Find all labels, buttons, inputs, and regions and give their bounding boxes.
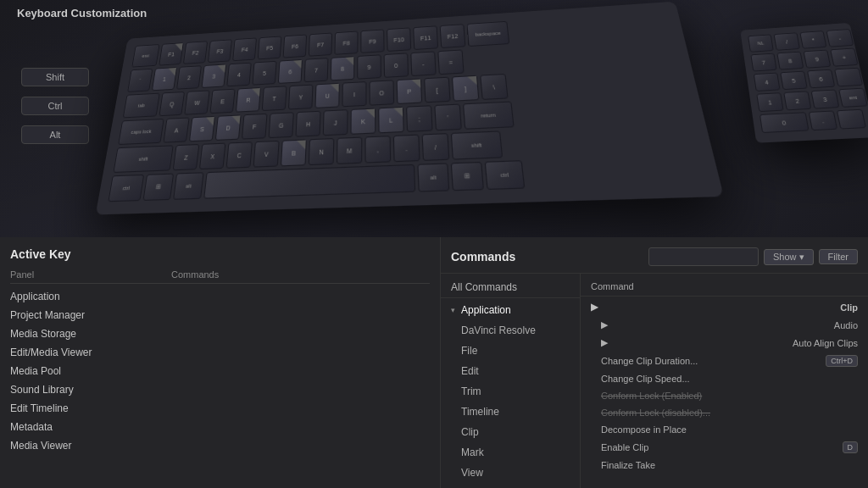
- key-backtick[interactable]: `: [127, 69, 153, 92]
- numlock-key[interactable]: NL: [748, 34, 774, 52]
- key-f10[interactable]: F10: [387, 27, 411, 52]
- list-item[interactable]: Media Viewer: [10, 436, 430, 455]
- key-x[interactable]: X: [199, 143, 226, 170]
- key-f12[interactable]: F12: [440, 24, 466, 48]
- numpad-7[interactable]: 7: [750, 53, 776, 72]
- key-f11[interactable]: F11: [413, 25, 438, 50]
- list-item[interactable]: Sound Library: [10, 380, 430, 399]
- change-clip-duration-item[interactable]: Change Clip Duration... Ctrl+D: [581, 352, 868, 370]
- list-item[interactable]: Media Storage: [10, 324, 430, 343]
- change-clip-speed-item[interactable]: Change Clip Speed...: [581, 370, 868, 387]
- key-f1[interactable]: F1: [159, 42, 183, 65]
- key-f9[interactable]: F9: [360, 29, 384, 53]
- clip-item[interactable]: Clip: [441, 422, 580, 442]
- key-minus[interactable]: -: [410, 51, 436, 76]
- key-b[interactable]: B: [281, 139, 307, 166]
- list-item[interactable]: Media Pool: [10, 362, 430, 380]
- key-rbracket[interactable]: ]: [452, 75, 480, 102]
- key-j[interactable]: J: [323, 109, 348, 136]
- key-8[interactable]: 8: [331, 56, 355, 80]
- finalize-take-item[interactable]: Finalize Take: [581, 457, 868, 474]
- list-item[interactable]: Edit/Media Viewer: [10, 343, 430, 362]
- list-item[interactable]: Edit Timeline: [10, 399, 430, 418]
- key-e[interactable]: E: [209, 89, 235, 114]
- key-v[interactable]: V: [253, 141, 280, 168]
- key-t[interactable]: T: [262, 86, 287, 111]
- key-r[interactable]: R: [236, 87, 261, 113]
- key-k[interactable]: K: [350, 108, 376, 134]
- numpad-5[interactable]: 5: [780, 71, 808, 90]
- auto-align-subgroup[interactable]: ▶ Auto Align Clips: [581, 334, 868, 352]
- key-c[interactable]: C: [226, 141, 253, 169]
- key-f5[interactable]: F5: [258, 36, 282, 59]
- file-item[interactable]: File: [441, 341, 580, 361]
- numpad-1[interactable]: 1: [756, 92, 783, 112]
- timeline-item[interactable]: Timeline: [441, 402, 580, 422]
- key-space[interactable]: [203, 164, 415, 199]
- numpad-4[interactable]: 4: [754, 73, 781, 92]
- key-esc[interactable]: esc: [131, 44, 159, 68]
- shift-key[interactable]: Shift: [21, 68, 89, 86]
- filter-button[interactable]: Filter: [819, 249, 858, 264]
- key-return[interactable]: return: [463, 101, 515, 129]
- conform-lock-disabled-item[interactable]: Conform Lock (disabled)...: [581, 404, 868, 421]
- numpad-plus[interactable]: +: [830, 47, 859, 66]
- key-capslock[interactable]: caps lock: [118, 119, 164, 145]
- enable-clip-item[interactable]: Enable Clip D: [581, 438, 868, 457]
- key-p[interactable]: P: [397, 78, 423, 104]
- key-f4[interactable]: F4: [232, 37, 257, 61]
- key-backspace[interactable]: backspace: [466, 21, 509, 47]
- key-f7[interactable]: F7: [309, 33, 332, 57]
- show-button[interactable]: Show ▾: [764, 249, 814, 265]
- numpad-6[interactable]: 6: [807, 69, 835, 89]
- key-f2[interactable]: F2: [183, 41, 208, 64]
- key-q[interactable]: Q: [159, 92, 185, 116]
- key-5[interactable]: 5: [252, 61, 276, 86]
- all-commands-item[interactable]: All Commands: [441, 277, 580, 298]
- numpad-enter2[interactable]: [837, 109, 866, 130]
- alt-key[interactable]: Alt: [21, 125, 89, 144]
- ctrl-key[interactable]: Ctrl: [21, 97, 89, 115]
- numpad-dot[interactable]: .: [809, 110, 837, 130]
- key-7[interactable]: 7: [304, 58, 329, 82]
- numpad-enter[interactable]: ent: [838, 88, 868, 108]
- key-comma[interactable]: ,: [364, 136, 391, 164]
- davinci-resolve-item[interactable]: DaVinci Resolve: [441, 320, 580, 341]
- key-quote[interactable]: ': [434, 103, 462, 130]
- key-9[interactable]: 9: [357, 54, 381, 79]
- key-s[interactable]: S: [189, 116, 215, 141]
- playback-item[interactable]: Playback: [441, 483, 580, 488]
- numpad-9[interactable]: 9: [804, 50, 832, 69]
- key-6[interactable]: 6: [278, 59, 303, 84]
- key-ctrl-right[interactable]: ctrl: [485, 160, 526, 190]
- mark-item[interactable]: Mark: [441, 442, 580, 463]
- key-f8[interactable]: F8: [334, 30, 358, 54]
- numpad-plus2[interactable]: [834, 68, 863, 87]
- key-2[interactable]: 2: [176, 65, 202, 89]
- numpad-0[interactable]: 0: [760, 112, 810, 133]
- key-u[interactable]: U: [314, 83, 339, 108]
- decompose-item[interactable]: Decompose in Place: [581, 421, 868, 438]
- key-i[interactable]: I: [342, 81, 366, 107]
- view-item[interactable]: View: [441, 463, 580, 483]
- key-ctrl-left[interactable]: ctrl: [108, 175, 144, 202]
- key-shift-right[interactable]: shift: [451, 130, 503, 159]
- key-f[interactable]: F: [242, 114, 268, 140]
- key-period[interactable]: .: [393, 135, 420, 163]
- key-y[interactable]: Y: [288, 85, 314, 110]
- key-backslash[interactable]: \: [480, 74, 509, 100]
- key-n[interactable]: N: [309, 138, 335, 165]
- key-alt-left[interactable]: alt: [173, 172, 204, 200]
- conform-lock-enabled-item[interactable]: Conform Lock (Enabled): [581, 387, 868, 404]
- trim-item[interactable]: Trim: [441, 381, 580, 402]
- key-z[interactable]: Z: [173, 144, 200, 170]
- key-a[interactable]: A: [163, 117, 189, 142]
- search-input[interactable]: [648, 247, 759, 266]
- key-0[interactable]: 0: [384, 53, 409, 78]
- key-shift-left[interactable]: shift: [113, 145, 173, 173]
- audio-subgroup[interactable]: ▶ Audio: [581, 316, 868, 334]
- numpad-divide[interactable]: /: [774, 32, 800, 50]
- key-win[interactable]: ⊞: [142, 174, 174, 201]
- key-o[interactable]: O: [370, 80, 395, 105]
- key-lbracket[interactable]: [: [424, 77, 451, 103]
